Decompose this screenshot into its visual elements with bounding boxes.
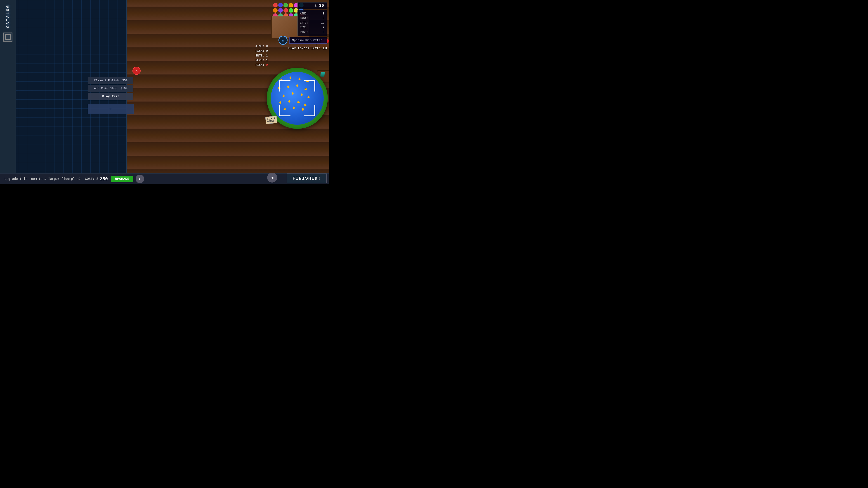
top-right-hud: $ 30 ATMO: 0 H&SA: 0 ENTE: 10 REVE: 2 RI… (298, 2, 327, 36)
pond-bracket-tr (304, 80, 315, 92)
back-button[interactable]: ← (88, 104, 134, 114)
pick-duck-sign: PICK ADUCK! (266, 116, 277, 124)
arrow-right-button[interactable]: ▶ (135, 175, 144, 183)
ball (273, 8, 278, 13)
hud-reve-row: REVE: 2 (300, 25, 324, 30)
stat-ente-value: 2 (266, 54, 268, 58)
catalog-label: CATALOG (6, 4, 10, 28)
stat-ente-label: ENTE: (255, 54, 264, 58)
hud-reve-value: 2 (323, 25, 324, 30)
stat-hsa-label: H&SA: (255, 49, 264, 54)
duck-2: 🐥 (289, 76, 292, 79)
duck-3: 🐥 (298, 77, 301, 80)
pond-bracket-br (304, 105, 315, 116)
duck-9: 🐥 (282, 94, 285, 97)
stat-reve-value: 1 (266, 58, 268, 63)
money-display: $ 30 (298, 2, 327, 9)
hud-hsa-label: H&SA: (300, 16, 308, 21)
duck-12: 🐥 (307, 96, 310, 98)
sponsorship-icon: △ (278, 36, 287, 45)
duck-18: 🐥 (292, 106, 296, 109)
stat-risk-value: 0 (266, 63, 268, 68)
play-tokens-count: 10 (322, 46, 327, 51)
hud-ente-value: 10 (321, 21, 324, 25)
hud-atmo-label: ATMO: (300, 11, 308, 16)
hud-ente-label: ENTE: (300, 21, 308, 25)
money-value: 30 (319, 3, 324, 8)
close-icon: ✕ (135, 68, 138, 73)
close-button[interactable]: ✕ (132, 67, 141, 75)
clean-polish-button[interactable]: Clean & Polish: $50 (88, 77, 133, 84)
ball (278, 8, 283, 13)
duck-11: 🐥 (300, 93, 303, 96)
hud-reve-label: REVE: (300, 25, 308, 30)
pond-bracket-tl (279, 80, 290, 92)
stat-row-ente: ENTE: 2 (255, 54, 268, 58)
nav-left-icon: ◀ (271, 175, 274, 180)
add-coin-slot-button[interactable]: Add Coin Slot: $100 (88, 85, 133, 92)
catalog-icon[interactable] (3, 33, 12, 41)
cost-label: COST: $ (85, 177, 98, 181)
hud-hsa-row: H&SA: 0 (300, 16, 324, 21)
bottom-bar: Upgrade this room to a larger floorplan?… (0, 173, 329, 184)
upgrade-button[interactable]: UPGRADE (111, 176, 133, 182)
play-test-button[interactable]: Play Test (88, 93, 133, 100)
cost-value: 250 (100, 176, 108, 182)
stat-row-hsa: H&SA: 0 (255, 49, 268, 54)
sponsorship-text: Sponsorship Offer! (289, 37, 327, 43)
money-symbol: $ (315, 4, 316, 8)
hud-risk-label: RISK: (300, 30, 308, 35)
stat-row-reve: REVE: 1 (255, 58, 268, 63)
upgrade-text: Upgrade this room to a larger floorplan? (4, 177, 81, 181)
hud-atmo-row: ATMO: 0 (300, 11, 324, 16)
stat-row-atmo: ATMO: 0 (255, 44, 268, 49)
play-tokens-label: Play tokens left: (288, 46, 321, 50)
nav-left-button[interactable]: ◀ (267, 173, 277, 183)
duck-7: 🐥 (296, 84, 299, 87)
finished-button[interactable]: FINISHED! (287, 173, 327, 183)
duck-15: 🐥 (297, 101, 300, 104)
stats-panel: ATMO: 0 H&SA: 0 ENTE: 10 REVE: 2 RISK: 5 (298, 10, 327, 36)
ball (278, 3, 283, 7)
ball (273, 3, 278, 7)
hud-risk-row: RISK: 5 (300, 30, 324, 35)
back-arrow-icon: ← (110, 106, 112, 112)
play-tokens-display: Play tokens left: 10 (288, 46, 327, 51)
stats-overlay: ATMO: 0 H&SA: 0 ENTE: 2 REVE: 1 RISK: 0 (255, 44, 268, 68)
stat-row-risk: RISK: 0 (255, 63, 268, 68)
hud-hsa-value: 0 (323, 16, 324, 21)
game-container: CATALOG (0, 0, 329, 184)
stat-risk-label: RISK: (255, 63, 264, 68)
ball (289, 3, 293, 7)
hud-risk-value: 5 (323, 30, 324, 35)
stat-atmo-value: 0 (266, 44, 268, 49)
stat-hsa-value: 0 (266, 49, 268, 54)
pond-bracket-bl (279, 105, 290, 116)
duck-10: 🐥 (291, 92, 294, 95)
hud-atmo-value: 0 (323, 11, 324, 16)
catalog-sidebar: CATALOG (0, 0, 16, 176)
ball (283, 3, 288, 7)
ball (283, 8, 288, 13)
pond-water: 🐥 🐥 🐥 🐥 🐥 🐥 🐥 🐥 🐥 🐥 🐥 🐥 🐥 🐥 🐥 🐥 🐥 🐥 🐥 (271, 72, 324, 125)
stat-atmo-label: ATMO: (255, 44, 264, 49)
sponsorship-button[interactable]: △ Sponsorship Offer! (278, 36, 327, 45)
context-menu: Clean & Polish: $50 Add Coin Slot: $100 … (88, 77, 133, 101)
arrow-right-icon: ▶ (139, 177, 141, 181)
duck-13: 🐥 (279, 101, 282, 104)
hud-ente-row: ENTE: 10 (300, 21, 324, 25)
catalog-icon-inner (5, 34, 11, 40)
ball (289, 8, 293, 13)
duck-14: 🐥 (288, 100, 291, 103)
stat-reve-label: REVE: (255, 58, 264, 63)
